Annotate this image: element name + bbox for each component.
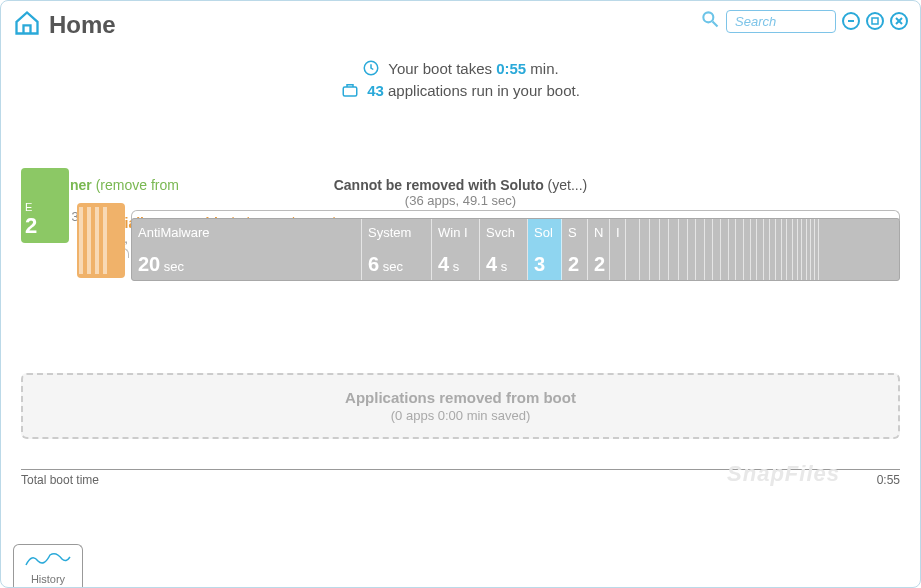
boot-segment[interactable]: Svch4 s: [480, 219, 528, 280]
boot-segment-small[interactable]: [705, 219, 713, 280]
boot-segment[interactable]: S2: [562, 219, 588, 280]
header-controls: [700, 9, 908, 33]
boot-segment[interactable]: Win I4 s: [432, 219, 480, 280]
cannot-label: Cannot be removed with Soluto: [334, 177, 544, 193]
boot-segment-small[interactable]: [721, 219, 729, 280]
cannot-hint: (yet...): [544, 177, 588, 193]
svg-line-1: [713, 22, 718, 27]
boot-segment[interactable]: System6 sec: [362, 219, 432, 280]
boot-segment-small[interactable]: [640, 219, 650, 280]
maximize-button[interactable]: [866, 12, 884, 30]
boot-segment-small[interactable]: [650, 219, 660, 280]
boot-segment-small[interactable]: [660, 219, 670, 280]
clock-icon: [362, 59, 380, 77]
boot-segment-small[interactable]: [713, 219, 721, 280]
apps-count: 43: [367, 82, 384, 99]
history-label: History: [24, 573, 72, 585]
removed-title: Applications removed from boot: [23, 389, 898, 406]
boot-segment-small[interactable]: [736, 219, 743, 280]
apps-suffix: applications run in your boot.: [384, 82, 580, 99]
boot-segment[interactable]: Sol3: [528, 219, 562, 280]
removed-panel: Applications removed from boot (0 apps 0…: [21, 373, 900, 439]
search-input[interactable]: [726, 10, 836, 33]
footer-label: Total boot time: [21, 473, 99, 487]
boot-time-value: 0:55: [496, 60, 526, 77]
home-icon: [13, 9, 41, 41]
close-button[interactable]: [890, 12, 908, 30]
block-value: 2: [25, 213, 65, 239]
cannot-remove-bar: AntiMalware20 secSystem6 secWin I4 sSvch…: [131, 218, 900, 281]
minimize-button[interactable]: [842, 12, 860, 30]
summary: Your boot takes 0:55 min. 43 application…: [1, 59, 920, 99]
boot-segment-small[interactable]: [688, 219, 697, 280]
boot-segment-small[interactable]: [744, 219, 751, 280]
boot-segment[interactable]: N2: [588, 219, 610, 280]
svg-rect-3: [872, 18, 878, 24]
boot-segment-small[interactable]: [679, 219, 688, 280]
svg-rect-7: [343, 87, 357, 96]
boot-suffix: min.: [526, 60, 559, 77]
boot-segment-small[interactable]: [815, 219, 819, 280]
boot-segment[interactable]: AntiMalware20 sec: [132, 219, 362, 280]
page-title: Home: [49, 11, 116, 39]
boot-time-line: Your boot takes 0:55 min.: [1, 59, 920, 77]
chart-line-icon: [24, 549, 72, 569]
boot-segment-small[interactable]: [696, 219, 705, 280]
potential-block[interactable]: [77, 203, 125, 278]
briefcase-icon: [341, 81, 359, 99]
boot-segment[interactable]: I: [610, 219, 626, 280]
footer-time: 0:55: [877, 473, 900, 487]
header: Home: [1, 1, 920, 49]
boot-segment-small[interactable]: [729, 219, 737, 280]
history-tab[interactable]: History: [13, 544, 83, 587]
search-icon[interactable]: [700, 9, 720, 33]
block-label: E: [25, 201, 65, 213]
categories: No-brainer (remove from boot) (3 apps, 3…: [1, 177, 920, 208]
svg-point-0: [703, 12, 713, 22]
apps-count-line: 43 applications run in your boot.: [1, 81, 920, 99]
boot-segment[interactable]: I: [626, 219, 640, 280]
watermark: SnapFiles: [727, 461, 840, 487]
boot-prefix: Your boot takes: [388, 60, 496, 77]
removed-sub: (0 apps 0:00 min saved): [23, 408, 898, 423]
nobrainer-block[interactable]: E 2: [21, 168, 69, 243]
boot-segment-small[interactable]: [669, 219, 678, 280]
boot-bar-area: E 2 AntiMalware20 secSystem6 secWin I4 s…: [1, 228, 920, 303]
boot-segment-small[interactable]: [751, 219, 758, 280]
